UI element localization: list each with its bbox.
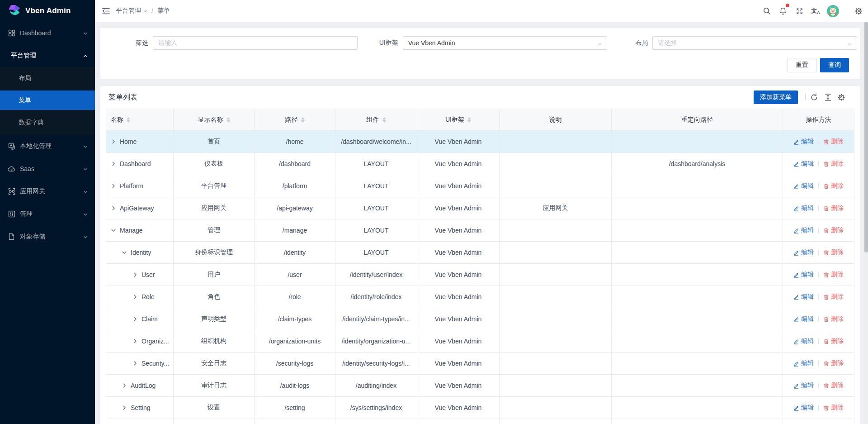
select[interactable]: Vue Vben Admin [403,36,608,50]
table-row[interactable]: Home首页/home/dashboard/welcome/in...Vue V… [106,131,854,153]
sidebar-subitem[interactable]: 数据字典 [0,113,95,132]
cell-path: /security-logs [255,353,335,374]
gear-icon[interactable] [852,3,865,19]
delete-button[interactable]: 删除 [823,293,844,301]
cell-redirect [612,264,783,286]
menu-fold-icon[interactable] [100,5,111,16]
table-row[interactable]: Setting设置/setting/sys/settings/indexVue … [106,397,854,419]
sort-icon[interactable] [467,117,471,123]
row-expand-open-icon[interactable] [122,250,127,255]
cell-ui-framework: Vue Vben Admin [417,153,500,175]
cell-component: /sys/settings/index [335,397,417,419]
field-placeholder: 请输入 [158,39,177,47]
edit-button[interactable]: 编辑 [793,293,814,301]
row-expand-icon[interactable] [111,161,116,167]
delete-button[interactable]: 删除 [823,182,844,190]
table-row[interactable]: Claim声明类型/claim-types/identity/claim-typ… [106,308,854,330]
edit-button[interactable]: 编辑 [793,182,814,190]
row-expand-icon[interactable] [132,294,138,300]
search-button[interactable]: 查询 [820,58,849,72]
page-scrollbar-thumb[interactable] [864,22,868,252]
cell-ui-framework: Vue Vben Admin [417,197,500,219]
sidebar-item[interactable]: Dashboard [0,24,95,42]
add-menu-button[interactable]: 添加新菜单 [754,91,798,104]
delete-button[interactable]: 删除 [823,337,844,345]
translate-icon[interactable]: 文A [809,3,822,19]
delete-button[interactable]: 删除 [823,271,844,279]
search-icon[interactable] [760,3,774,19]
edit-button[interactable]: 编辑 [793,248,814,257]
delete-button[interactable]: 删除 [823,226,844,234]
table-row[interactable]: Manage管理/manageLAYOUTVue Vben Admin编辑删除 [106,219,854,242]
edit-button[interactable]: 编辑 [793,315,814,323]
table-row[interactable]: Organiz...组织机构/organization-units/identi… [106,330,854,353]
table-row[interactable]: Dashboard仪表板/dashboardLAYOUTVue Vben Adm… [106,153,854,175]
row-expand-open-icon[interactable] [111,228,116,233]
edit-button[interactable]: 编辑 [793,204,814,212]
column-header[interactable]: 路径 [255,109,335,130]
sidebar-item[interactable]: Saas [0,160,95,178]
breadcrumb-item[interactable]: 平台管理 [116,7,147,15]
avatar[interactable] [827,5,839,17]
column-header[interactable]: 组件 [335,109,417,130]
row-expand-icon[interactable] [132,361,138,366]
sort-icon[interactable] [226,117,230,123]
empty-cell [106,419,174,424]
edit-button[interactable]: 编辑 [793,337,814,345]
column-header[interactable]: 名称 [106,109,174,130]
row-expand-icon[interactable] [132,272,138,277]
table-row[interactable]: Role角色/role/identity/role/indexVue Vben … [106,286,854,308]
sidebar-item[interactable]: 本地化管理 [0,137,95,155]
column-header[interactable]: 显示名称 [174,109,255,130]
row-expand-icon[interactable] [111,205,116,211]
table-row[interactable]: Security...安全日志/security-logs/identity/s… [106,353,854,375]
sort-icon[interactable] [382,117,386,123]
delete-button[interactable]: 删除 [823,160,844,168]
sort-icon[interactable] [127,117,130,123]
row-expand-icon[interactable] [132,338,138,344]
cell-redirect [612,375,783,396]
redo-icon[interactable] [807,91,821,104]
delete-button[interactable]: 删除 [823,381,844,390]
sidebar-item[interactable]: 应用网关 [0,182,95,200]
column-header[interactable]: UI框架 [417,109,500,130]
page-scrollbar[interactable] [864,22,868,424]
text-input[interactable]: 请输入 [153,36,358,50]
edit-button[interactable]: 编辑 [793,381,814,390]
table-row[interactable]: ApiGateway应用网关/api-gatewayLAYOUTVue Vben… [106,197,854,219]
row-expand-icon[interactable] [122,383,127,388]
row-expand-icon[interactable] [132,316,138,322]
edit-button[interactable]: 编辑 [793,138,814,146]
column-height-icon[interactable] [821,91,835,104]
edit-button[interactable]: 编辑 [793,271,814,279]
edit-button[interactable]: 编辑 [793,160,814,168]
delete-button[interactable]: 删除 [823,315,844,323]
row-expand-icon[interactable] [122,405,127,410]
settings-icon[interactable] [835,91,848,104]
sidebar-item[interactable]: 对象存储 [0,228,95,246]
edit-button[interactable]: 编辑 [793,226,814,234]
select[interactable]: 请选择 [652,36,857,50]
table-row[interactable]: AuditLog审计日志/audit-logs/auditing/indexVu… [106,375,854,397]
edit-button[interactable]: 编辑 [793,404,814,412]
bell-icon[interactable] [776,3,790,19]
row-expand-icon[interactable] [111,139,116,144]
edit-button[interactable]: 编辑 [793,359,814,367]
fullscreen-icon[interactable] [793,3,806,19]
delete-button[interactable]: 删除 [823,138,844,146]
reset-button[interactable]: 重置 [788,58,816,72]
sidebar-subitem[interactable]: 布局 [0,68,95,88]
row-expand-icon[interactable] [111,183,116,189]
sidebar-item[interactable]: 管理 [0,205,95,223]
delete-button[interactable]: 删除 [823,248,844,257]
table-row[interactable]: User用户/user/identity/user/indexVue Vben … [106,264,854,286]
sort-icon[interactable] [301,117,305,123]
table-row[interactable]: Platform平台管理/platformLAYOUTVue Vben Admi… [106,175,854,197]
logo[interactable]: Vben Admin [0,0,95,22]
delete-button[interactable]: 删除 [823,204,844,212]
delete-button[interactable]: 删除 [823,404,844,412]
sidebar-item[interactable]: 平台管理 [0,47,95,65]
delete-button[interactable]: 删除 [823,359,844,367]
table-row[interactable]: Identity身份标识管理/identityLAYOUTVue Vben Ad… [106,242,854,264]
sidebar-subitem[interactable]: 菜单 [0,91,95,110]
